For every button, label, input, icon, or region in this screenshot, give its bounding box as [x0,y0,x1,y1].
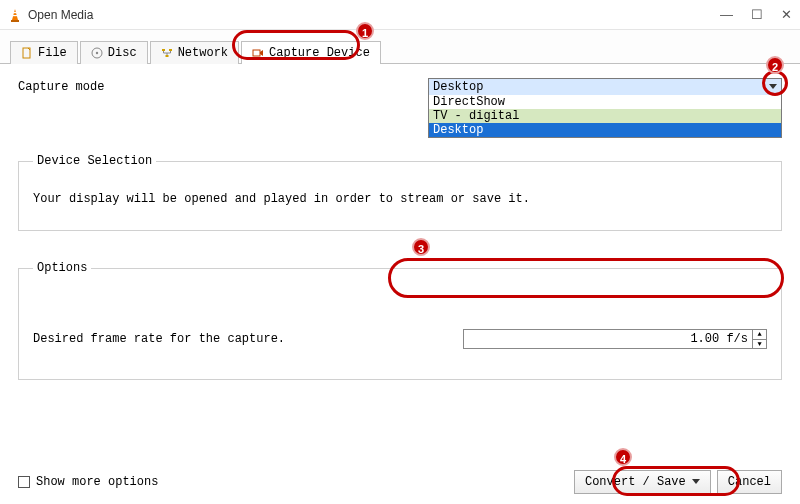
svg-rect-9 [165,55,168,57]
show-more-checkbox[interactable] [18,476,30,488]
capture-mode-label: Capture mode [18,78,104,94]
vlc-cone-icon [8,8,22,22]
annotation-badge-4: 4 [614,448,632,466]
tab-network-label: Network [178,46,228,60]
svg-marker-13 [692,479,700,484]
convert-save-button[interactable]: Convert / Save [574,470,711,494]
options-legend: Options [33,261,91,275]
svg-rect-3 [13,15,18,16]
svg-marker-12 [769,84,777,89]
capture-mode-options: DirectShow TV - digital Desktop [429,95,781,137]
capture-icon [252,47,264,59]
spinner-up-icon[interactable]: ▲ [753,330,766,340]
svg-rect-10 [253,50,260,56]
titlebar: Open Media — ☐ ✕ [0,0,800,30]
svg-rect-7 [162,49,165,51]
tab-file-label: File [38,46,67,60]
tab-capture-device[interactable]: Capture Device [241,41,381,64]
disc-icon [91,47,103,59]
capture-mode-option[interactable]: TV - digital [429,109,781,123]
tab-bar: File Disc Network Capture Device [0,30,800,64]
chevron-down-icon [692,475,700,489]
close-button[interactable]: ✕ [781,7,792,22]
cancel-button[interactable]: Cancel [717,470,782,494]
window-title: Open Media [28,8,93,22]
tab-disc-label: Disc [108,46,137,60]
network-icon [161,47,173,59]
tab-file[interactable]: File [10,41,78,64]
capture-mode-option[interactable]: Desktop [429,123,781,137]
show-more-label: Show more options [36,475,158,489]
fps-input[interactable] [463,329,753,349]
fps-spinner[interactable]: ▲ ▼ [753,329,767,349]
capture-mode-option[interactable]: DirectShow [429,95,781,109]
capture-mode-selected[interactable]: Desktop [429,79,781,95]
device-selection-group: Device Selection Your display will be op… [18,154,782,231]
tab-capture-label: Capture Device [269,46,370,60]
svg-rect-1 [11,20,19,22]
svg-marker-0 [12,9,18,20]
tab-network[interactable]: Network [150,41,239,64]
spinner-down-icon[interactable]: ▼ [753,340,766,349]
minimize-button[interactable]: — [720,7,733,22]
capture-mode-dropdown[interactable]: Desktop DirectShow TV - digital Desktop [428,78,782,138]
svg-point-6 [96,52,98,54]
device-selection-legend: Device Selection [33,154,156,168]
file-icon [21,47,33,59]
device-selection-desc: Your display will be opened and played i… [33,192,767,206]
options-group: Options Desired frame rate for the captu… [18,261,782,380]
tab-disc[interactable]: Disc [80,41,148,64]
fps-label: Desired frame rate for the capture. [33,332,463,346]
svg-rect-2 [13,12,17,13]
chevron-down-icon[interactable] [766,80,780,94]
svg-rect-8 [169,49,172,51]
maximize-button[interactable]: ☐ [751,7,763,22]
